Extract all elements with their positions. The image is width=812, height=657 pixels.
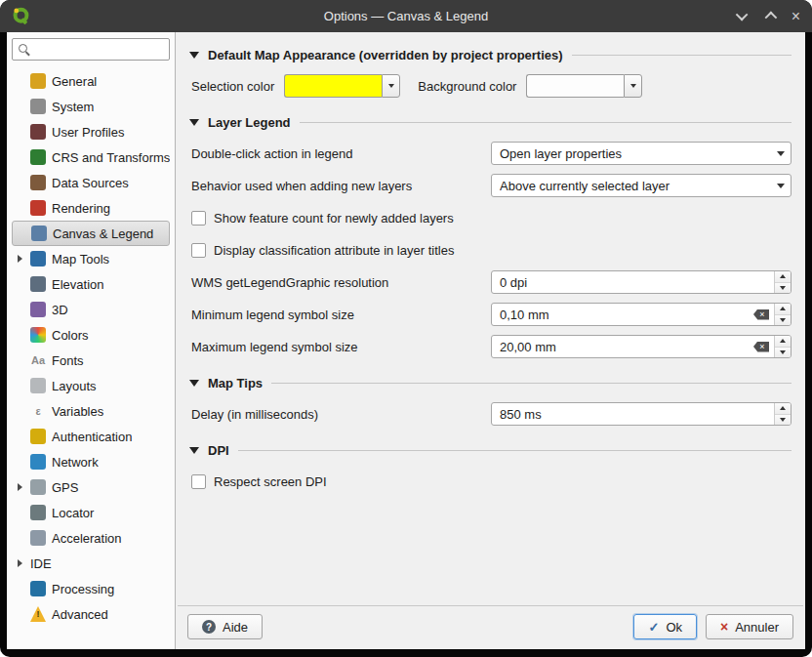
ok-button[interactable]: Ok [633, 614, 697, 639]
spinbox-value: 0 dpi [500, 275, 774, 290]
spinbox-value: 0,10 mm [500, 308, 753, 322]
sidebar-item-3d[interactable]: 3D [12, 297, 170, 322]
wms-resolution-spinbox[interactable]: 0 dpi [491, 270, 792, 294]
max-symbol-size-spinbox[interactable]: 20,00 mm [491, 335, 792, 358]
selection-color-dropdown[interactable] [382, 74, 400, 98]
spin-up-button[interactable] [775, 271, 791, 283]
sidebar-item-colors[interactable]: Colors [12, 322, 170, 348]
cancel-button[interactable]: Annuler [706, 614, 793, 639]
collapse-arrow-icon[interactable] [189, 52, 199, 59]
spin-buttons [774, 271, 791, 293]
sidebar-item-rendering[interactable]: Rendering [12, 195, 170, 221]
expand-arrow-icon[interactable] [15, 255, 24, 263]
sidebar-item-ide[interactable]: IDE [12, 551, 170, 576]
maximize-window-button[interactable] [764, 12, 777, 24]
sidebar-item-label: System [52, 100, 94, 114]
chevron-down-icon [780, 418, 786, 422]
shade-window-button[interactable] [735, 9, 748, 21]
sidebar-item-label: GPS [52, 480, 78, 495]
sidebar-item-layouts[interactable]: Layouts [12, 373, 170, 398]
collapse-arrow-icon[interactable] [189, 447, 199, 454]
min-symbol-size-spinbox[interactable]: 0,10 mm [491, 303, 792, 326]
collapse-arrow-icon[interactable] [189, 380, 199, 387]
section-title: Map Tips [208, 376, 263, 390]
double-click-action-combo[interactable]: Open layer properties [491, 142, 792, 165]
spin-down-button[interactable] [775, 315, 791, 326]
sidebar-item-label: CRS and Transforms [52, 150, 170, 165]
chevron-down-icon [771, 184, 791, 188]
help-button-label: Aide [223, 620, 248, 635]
spinbox-value: 20,00 mm [500, 340, 753, 354]
spin-up-button[interactable] [775, 336, 791, 348]
section-body: Double-click action in legend Open layer… [191, 142, 792, 358]
help-button[interactable]: Aide [187, 614, 263, 639]
spin-down-button[interactable] [775, 348, 791, 358]
background-color-dropdown[interactable] [624, 74, 642, 98]
spin-down-button[interactable] [775, 283, 791, 294]
expand-arrow-icon[interactable] [15, 483, 24, 491]
clear-value-icon[interactable] [753, 309, 769, 320]
sidebar-item-locator[interactable]: Locator [12, 500, 170, 525]
sidebar-item-network[interactable]: Network [12, 449, 170, 474]
add-layer-behavior-combo[interactable]: Above currently selected layer [491, 174, 792, 197]
sidebar-item-canvas-legend[interactable]: Canvas & Legend [12, 221, 170, 246]
section-divider [271, 383, 792, 384]
map-tools-icon [30, 251, 46, 267]
section-body: Delay (in milliseconds) 850 ms [191, 402, 792, 426]
min-symbol-size-row: Minimum legend symbol size 0,10 mm [191, 303, 792, 326]
feature-count-row: Show feature count for newly added layer… [191, 206, 792, 229]
sidebar-item-map-tools[interactable]: Map Tools [12, 246, 170, 271]
section-dpi: DPI Respect screen DPI [187, 443, 793, 493]
spin-up-button[interactable] [775, 403, 791, 415]
maptip-delay-row: Delay (in milliseconds) 850 ms [191, 402, 792, 426]
magnifier-icon [30, 505, 46, 520]
classification-attribute-checkbox[interactable] [191, 243, 206, 258]
sidebar-item-elevation[interactable]: Elevation [12, 271, 170, 297]
close-window-button[interactable] [792, 9, 800, 24]
sidebar-item-list: GeneralSystemUser ProfilesCRS and Transf… [12, 68, 170, 643]
spin-up-button[interactable] [775, 304, 791, 315]
cancel-x-icon [720, 620, 728, 634]
min-symbol-size-label: Minimum legend symbol size [191, 308, 491, 322]
settings-sections: Default Map Appearance (overridden by pr… [187, 40, 793, 605]
sidebar-item-user-profiles[interactable]: User Profiles [12, 119, 170, 144]
sidebar-item-general[interactable]: General [12, 68, 170, 94]
sidebar-item-label: User Profiles [52, 125, 124, 140]
cancel-button-label: Annuler [735, 620, 779, 635]
sidebar-item-label: Elevation [52, 277, 103, 292]
clear-value-icon[interactable] [753, 342, 769, 352]
sidebar-item-variables[interactable]: εVariables [12, 398, 170, 424]
sidebar-item-processing[interactable]: Processing [12, 576, 170, 601]
sidebar-item-crs-and-transforms[interactable]: CRS and Transforms [12, 144, 170, 170]
sidebar-item-fonts[interactable]: AaFonts [12, 348, 170, 373]
respect-dpi-checkbox[interactable] [191, 474, 206, 489]
expand-arrow-icon[interactable] [15, 559, 24, 567]
qgis-logo-icon [12, 7, 30, 25]
sidebar-item-acceleration[interactable]: Acceleration [12, 525, 170, 551]
sidebar-item-advanced[interactable]: !Advanced [12, 601, 170, 627]
sidebar-item-label: Locator [52, 506, 94, 520]
sidebar-item-system[interactable]: System [12, 94, 170, 119]
sidebar-item-label: Variables [52, 404, 103, 419]
sidebar-item-data-sources[interactable]: Data Sources [12, 170, 170, 195]
section-divider [572, 55, 792, 56]
titlebar: Options — Canvas & Legend [0, 0, 812, 32]
background-color-swatch[interactable] [526, 74, 624, 98]
collapse-arrow-icon[interactable] [189, 119, 199, 126]
selection-color-button[interactable] [284, 74, 400, 98]
sidebar-item-label: Acceleration [52, 531, 122, 546]
background-color-button[interactable] [526, 74, 642, 98]
selection-color-label: Selection color [191, 79, 274, 94]
feature-count-checkbox[interactable] [191, 211, 206, 226]
sidebar-item-gps[interactable]: GPS [12, 474, 170, 500]
sidebar-item-authentication[interactable]: Authentication [12, 424, 170, 449]
feature-count-label: Show feature count for newly added layer… [214, 211, 454, 226]
spinbox-value: 850 ms [500, 407, 774, 422]
satellite-icon [30, 479, 46, 495]
search-input[interactable] [13, 39, 169, 60]
maptip-delay-spinbox[interactable]: 850 ms [491, 402, 792, 426]
spin-down-button[interactable] [775, 415, 791, 426]
sidebar-item-label: Data Sources [52, 176, 129, 190]
section-header: Layer Legend [189, 115, 792, 130]
selection-color-swatch[interactable] [284, 74, 382, 98]
